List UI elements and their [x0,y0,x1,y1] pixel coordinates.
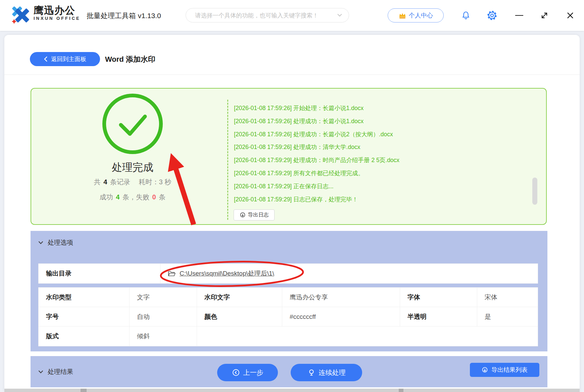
summary-fail-count: 0 [152,193,156,201]
chevron-down-icon [38,370,43,374]
continue-process-label: 连续处理 [319,368,346,377]
export-result-list-button[interactable]: 导出结果列表 [470,363,539,377]
table-row: 字号 自动 颜色 #ccccccff 半透明 是 [39,307,538,327]
crown-icon [398,12,406,19]
export-log-button[interactable]: 导出日志 [234,209,275,220]
options-section-header[interactable]: 处理选项 [31,231,547,254]
setting-key: 半透明 [400,307,477,326]
open-folder-icon [168,271,176,277]
previous-step-label: 上一步 [243,368,263,377]
output-dir-label: 输出目录 [39,264,160,283]
app-title: 批量处理工具箱 v1.13.0 [87,11,161,20]
page-title: Word 添加水印 [105,54,155,64]
watermark-settings-table: 水印类型 文字 水印文字 鹰迅办公专享 字体 宋体 字号 自动 颜色 #cccc… [38,287,538,346]
summary-total-label: 共 [94,178,101,186]
close-button[interactable] [564,9,576,21]
output-dir-table: 输出目录 C:\Users\sqmil\Desktop\处理后\1\ [38,263,538,284]
setting-value: 是 [477,307,538,326]
table-edge-segment [81,389,87,392]
export-log-label: 导出日志 [248,211,269,218]
summary-records-label: 条记录 [110,178,130,186]
bell-icon [461,10,471,20]
process-log-list: [2026-01-08 17:59:26] 开始处理：长篇小说1.docx [2… [234,102,529,206]
setting-key: 颜色 [197,307,282,326]
summary-success-count: 4 [116,193,119,201]
table-row: 版式 倾斜 [39,327,538,346]
setting-value: 自动 [130,307,197,326]
output-dir-link[interactable]: C:\Users\sqmil\Desktop\处理后\1\ [180,269,274,278]
resize-diagonal-icon [540,11,549,20]
log-line: [2026-01-08 17:59:29] 处理成功：时尚产品介绍手册 2 5页… [234,154,529,167]
setting-key: 水印文字 [197,288,282,307]
log-line: [2026-01-08 17:59:29] 日志已保存，处理完毕！ [234,193,529,206]
setting-value: 倾斜 [130,327,197,346]
log-separator [227,100,228,220]
chevron-down-icon [337,14,342,17]
close-icon [566,11,575,20]
setting-value [197,327,538,346]
download-icon [240,212,246,218]
app-header: 鹰迅办公 INXUN OFFICE 批量处理工具箱 v1.13.0 请选择一个具… [0,0,584,31]
app-logo [10,5,31,25]
log-line: [2026-01-08 17:59:26] 处理成功：清华大学.docx [234,141,529,154]
summary-between-label: 条，失败 [123,193,149,201]
setting-key: 版式 [39,327,130,346]
summary-tail-label: 条 [159,193,165,201]
chevron-down-icon [38,241,43,244]
chevron-left-icon [44,56,48,62]
notification-button[interactable] [460,9,472,21]
previous-step-button[interactable]: 上一步 [217,364,278,381]
function-search-select[interactable]: 请选择一个具体的功能，也可输入关键字搜索！ [186,8,349,22]
status-title: 处理完成 [91,160,175,175]
back-button-label: 返回到主面板 [51,55,86,63]
download-icon [482,367,488,373]
summary-line-1: 共 4 条记录 耗时：3 秒 [62,178,203,187]
setting-key: 字号 [39,307,130,326]
export-result-list-label: 导出结果列表 [491,366,528,374]
output-dir-cell: C:\Users\sqmil\Desktop\处理后\1\ [160,264,538,283]
brand-name-en: INXUN OFFICE [34,16,81,21]
settings-button[interactable] [486,9,498,21]
results-section-title: 处理结果 [48,368,73,376]
table-row: 输出目录 C:\Users\sqmil\Desktop\处理后\1\ [39,264,538,283]
pin-icon [307,369,315,377]
options-section-title: 处理选项 [48,238,73,247]
back-to-dashboard-button[interactable]: 返回到主面板 [30,52,100,66]
summary-total-count: 4 [103,178,107,186]
user-center-button[interactable]: 个人中心 [388,8,444,22]
setting-value: 宋体 [477,288,538,307]
divider [4,75,580,75]
log-line: [2026-01-08 17:59:26] 处理成功：长篇小说1.docx [234,115,529,128]
circle-back-icon [232,369,240,377]
setting-value: #ccccccff [282,307,400,326]
table-edge-segment [399,389,403,392]
setting-value: 文字 [130,288,197,307]
log-line: [2026-01-08 17:59:29] 所有文件都已经处理完成。 [234,167,529,180]
setting-key: 字体 [400,288,477,307]
setting-value: 鹰迅办公专享 [282,288,400,307]
gear-icon [487,10,497,21]
check-icon [102,94,163,154]
summary-success-label: 成功 [100,193,113,201]
setting-key: 水印类型 [39,288,130,307]
app-window: 鹰迅办公 INXUN OFFICE 批量处理工具箱 v1.13.0 请选择一个具… [0,0,584,392]
minimize-button[interactable] [513,9,525,21]
logo-x-icon [10,5,31,25]
results-table-edge [4,389,580,392]
log-line: [2026-01-08 17:59:26] 处理成功：长篇小说2（按大纲）.do… [234,128,529,141]
maximize-button[interactable] [538,9,550,21]
search-placeholder: 请选择一个具体的功能，也可输入关键字搜索！ [195,11,337,19]
user-center-label: 个人中心 [409,11,433,19]
brand-name-cn: 鹰迅办公 [34,5,81,16]
summary-time-label: 耗时：3 秒 [139,178,172,186]
continue-process-button[interactable]: 连续处理 [291,364,362,381]
table-row: 水印类型 文字 水印文字 鹰迅办公专享 字体 宋体 [39,288,538,307]
log-line: [2026-01-08 17:59:29] 正在保存日志... [234,180,529,193]
summary-line-2: 成功 4 条，失败 0 条 [62,193,203,202]
log-line: [2026-01-08 17:59:26] 开始处理：长篇小说1.docx [234,102,529,115]
scrollbar-thumb[interactable] [532,178,537,205]
minimize-icon [515,15,523,16]
